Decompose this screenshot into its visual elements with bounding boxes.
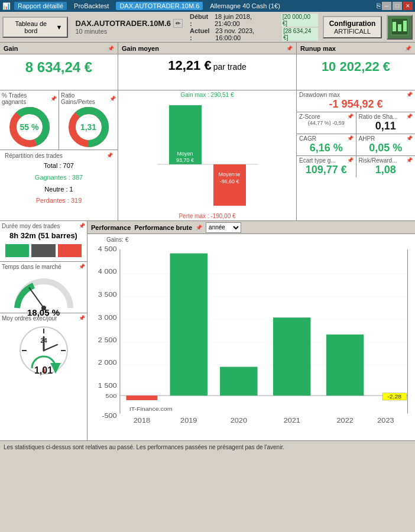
trade-gagnantes: Gagnantes : 387 <box>5 172 113 184</box>
tab-allemagne[interactable]: Allemagne 40 Cash (1€) <box>206 2 284 10</box>
drawdown-pin[interactable]: 📌 <box>406 92 413 98</box>
svg-text:-86,60 €: -86,60 € <box>219 179 239 184</box>
title-bar-controls: ⎘ ─ □ ✕ <box>377 2 413 10</box>
zscore-sub: (44,77 %) -0,59 <box>299 120 354 126</box>
gain-chart-panel: Gain max : 290,51 € Moyen 93,70 € Moyenn… <box>118 90 297 220</box>
ecart-row: Ecart type g... 📌 109,77 € Risk/Reward..… <box>297 156 415 177</box>
date-info: Début : 18 juin 2018, 21:40:00 [20 000,0… <box>187 12 320 43</box>
cagr-value: 6,16 % <box>299 142 354 154</box>
drawdown-panel: Drawdown max 📌 -1 954,92 € <box>297 90 415 112</box>
semi-gauge: 18,05 % <box>11 273 76 311</box>
ratio-sha-pin[interactable]: 📌 <box>406 113 413 120</box>
minimize-button[interactable]: ─ <box>382 2 391 10</box>
repartition-pin[interactable]: 📌 <box>106 153 113 159</box>
gain-max: Gain max : 290,51 € <box>119 92 295 98</box>
edit-symbol-button[interactable]: ✏ <box>173 19 183 28</box>
top-panels: Gain 📌 8 634,24 € Gain moyen 📌 12,21 € p… <box>0 43 415 90</box>
cagr-pin[interactable]: 📌 <box>347 135 354 142</box>
gain-header: Gain 📌 <box>0 43 118 54</box>
svg-text:1 500: 1 500 <box>98 382 117 389</box>
zscore-panel: Z-Score 📌 (44,77 %) -0,59 <box>297 112 356 134</box>
svg-text:2020: 2020 <box>231 417 247 424</box>
ratio-label: Ratio Gains/Pertes <box>61 92 109 105</box>
maximize-button[interactable]: □ <box>393 2 402 10</box>
dropdown-icon: ▼ <box>56 24 63 31</box>
ecart-value: 109,77 € <box>299 164 354 176</box>
gain-value: 8 634,24 € <box>0 54 118 80</box>
gain-panel: Gain 📌 8 634,24 € <box>0 43 118 90</box>
drawdown-label: Drawdown max <box>299 92 340 98</box>
svg-line-15 <box>29 287 44 308</box>
perf-pin[interactable]: 📌 <box>196 225 202 231</box>
gray-bar <box>31 244 55 257</box>
cagr-panel: CAGR 📌 6,16 % <box>297 134 356 155</box>
svg-text:2019: 2019 <box>180 417 197 424</box>
dashboard-button[interactable]: Tableau de bord ▼ <box>2 17 68 38</box>
ratio-sha-value: 0,11 <box>359 120 413 132</box>
semi-gauge-svg <box>11 273 76 311</box>
color-bars <box>2 242 85 259</box>
svg-text:Moyenne: Moyenne <box>218 171 240 177</box>
left-mid: % Trades gagnants 📌 55 % Ratio Gains/Per… <box>0 90 118 220</box>
risk-pin[interactable]: 📌 <box>406 157 413 164</box>
risk-label: Risk/Reward... <box>359 157 397 164</box>
ratio-pin[interactable]: 📌 <box>109 96 116 102</box>
runup-label: Runup max <box>300 45 336 52</box>
time-select[interactable]: année mois semaine <box>206 222 241 233</box>
close-button[interactable]: ✕ <box>403 2 413 10</box>
symbol-name: DAX.AUTOTRADER.10M.6 <box>75 19 171 28</box>
bar-2022 <box>326 335 364 395</box>
trades-gagnants-pin[interactable]: 📌 <box>50 96 57 102</box>
zscore-pin[interactable]: 📌 <box>347 113 354 120</box>
gain-moyen-chart: Moyen 93,70 € Moyenne -86,60 € <box>122 99 293 218</box>
ecart-panel: Ecart type g... 📌 109,77 € <box>297 156 356 177</box>
drawdown-value: -1 954,92 € <box>299 98 413 111</box>
gains-label: Gains: € <box>89 236 414 244</box>
gain-moyen-pin[interactable]: 📌 <box>286 46 293 51</box>
runup-pin[interactable]: 📌 <box>405 46 411 51</box>
gain-moyen-label: Gain moyen <box>122 45 159 52</box>
footer: Les statistiques ci-dessus sont relative… <box>0 440 415 453</box>
gain-moyen-header: Gain moyen 📌 <box>118 43 296 54</box>
ext-button[interactable] <box>387 15 413 40</box>
moy-ordres-value: 1,01 <box>34 365 53 376</box>
gain-pin[interactable]: 📌 <box>108 46 114 51</box>
svg-text:2021: 2021 <box>284 417 300 424</box>
tab-dax[interactable]: DAX.AUTOTRADER.10M.6 <box>116 2 203 10</box>
moy-ordres-pin[interactable]: 📌 <box>79 315 85 322</box>
bar-chart-svg: 4 500 4 000 3 500 3 000 2 500 2 000 1 50… <box>89 244 414 439</box>
svg-text:500: 500 <box>105 392 116 399</box>
trades-gagnants-value: 55 % <box>20 122 39 132</box>
trade-total: Total : 707 <box>5 160 113 172</box>
tab-probacktest[interactable]: ProBacktest <box>70 2 112 10</box>
cagr-label: CAGR <box>299 135 316 142</box>
cagr-row: CAGR 📌 6,16 % AHPR 📌 0,05 % <box>297 134 415 156</box>
temps-label: Temps dans le marché <box>2 264 61 270</box>
share-icon[interactable]: ⎘ <box>377 2 381 10</box>
duree-pin[interactable]: 📌 <box>79 223 85 229</box>
clock: 24 1,01 <box>17 324 70 377</box>
perf-brute-label: Performance brute <box>134 224 192 231</box>
ecart-pin[interactable]: 📌 <box>347 157 354 164</box>
svg-text:2018: 2018 <box>134 417 150 424</box>
tab-rapport[interactable]: Rapport détaillé <box>14 2 67 10</box>
trades-donut: 55 % <box>9 106 50 148</box>
trade-neutre: Neutre : 1 <box>5 184 113 196</box>
svg-text:-500: -500 <box>102 412 116 419</box>
zscore-row: Z-Score 📌 (44,77 %) -0,59 Ratio de Sha..… <box>297 112 415 134</box>
svg-text:Moyen: Moyen <box>177 151 193 157</box>
ahpr-pin[interactable]: 📌 <box>406 135 413 142</box>
ahpr-value: 0,05 % <box>359 142 413 154</box>
perf-header: Performance Performance brute 📌 année mo… <box>87 221 415 234</box>
debut-amount: [20 000,00 €] <box>281 14 318 27</box>
gain-moyen-unit: par trade <box>213 62 247 72</box>
svg-text:2022: 2022 <box>337 417 354 424</box>
runup-value: 10 202,22 € <box>297 54 415 79</box>
svg-text:93,70 €: 93,70 € <box>176 157 193 163</box>
svg-rect-1 <box>393 22 396 31</box>
green-bar <box>5 244 29 257</box>
bar-2019 <box>170 254 208 396</box>
risk-panel: Risk/Reward... 📌 1,08 <box>356 156 416 177</box>
temps-pin[interactable]: 📌 <box>79 264 85 270</box>
donut-row: % Trades gagnants 📌 55 % Ratio Gains/Per… <box>0 90 118 150</box>
